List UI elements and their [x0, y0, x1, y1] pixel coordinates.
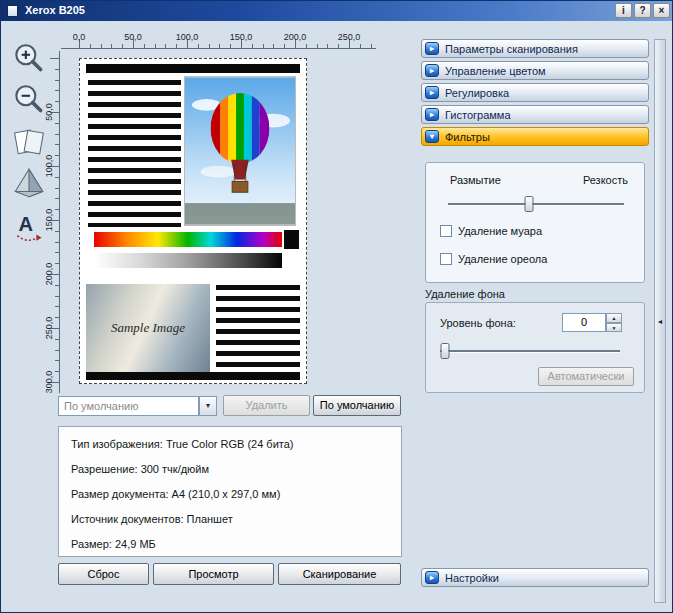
- horizontal-ruler: 0,0 50,0 100,0 150,0 200,0 250,0: [61, 34, 376, 49]
- balloon-image: [184, 76, 296, 226]
- sharpness-label: Резкость: [583, 174, 628, 186]
- sample-photo: Sample Image: [86, 284, 210, 372]
- mirror-button[interactable]: [10, 164, 48, 202]
- halo-removal-row[interactable]: Удаление ореола: [440, 253, 547, 265]
- background-level-value[interactable]: 0: [562, 313, 606, 332]
- delete-preset-button[interactable]: Удалить: [223, 395, 310, 416]
- background-removal-group: Уровень фона: 0 ▲ ▼ Автоматически: [425, 302, 645, 393]
- scan-button[interactable]: Сканирование: [278, 563, 401, 585]
- auto-text-icon: A: [10, 206, 48, 244]
- info-source: Источник документов: Планшет: [71, 513, 389, 525]
- grayscale-gradient-bar: [94, 253, 282, 268]
- text-lines-right: [216, 285, 300, 367]
- section-label: Регулировка: [445, 87, 509, 99]
- ruler-label: 250,0: [338, 32, 361, 42]
- slider-thumb[interactable]: [441, 343, 450, 359]
- background-level-slider[interactable]: [440, 343, 620, 360]
- auto-enhance-button[interactable]: A: [10, 206, 48, 244]
- section-label: Настройки: [445, 572, 499, 584]
- help-button[interactable]: ?: [634, 3, 651, 18]
- section-scan-parameters[interactable]: ▸ Параметры сканирования: [421, 39, 649, 58]
- section-label: Гистограмма: [445, 109, 511, 121]
- slider-thumb[interactable]: [524, 196, 533, 212]
- section-label: Управление цветом: [445, 65, 546, 77]
- panel-collapse-strip[interactable]: ◄: [654, 39, 666, 603]
- section-histogram[interactable]: ▸ Гистограмма: [421, 105, 649, 124]
- slider-track: [448, 203, 624, 205]
- preset-dropdown-button[interactable]: ▼: [199, 396, 217, 416]
- scan-preview-page[interactable]: Sample Image: [79, 58, 307, 384]
- checkbox-icon[interactable]: [440, 253, 452, 265]
- prism-icon: [10, 164, 48, 202]
- blur-label: Размытие: [450, 174, 501, 186]
- test-bar-top: [86, 64, 300, 73]
- spin-up-icon[interactable]: ▲: [606, 313, 622, 323]
- preview-button[interactable]: Просмотр: [153, 563, 274, 585]
- blur-sharpness-group: Размытие Резкость Удаление муара Удалени…: [425, 162, 645, 283]
- sample-photo-caption: Sample Image: [111, 320, 185, 336]
- test-bar-bottom: [86, 372, 300, 380]
- chevron-right-icon: ▸: [425, 64, 439, 77]
- title-bar[interactable]: Xerox B205 i ? ×: [1, 1, 673, 21]
- scanner-dialog-window: Xerox B205 i ? × A: [0, 0, 673, 613]
- section-filters[interactable]: ▾ Фильтры: [421, 127, 649, 146]
- moire-removal-label: Удаление муара: [458, 225, 542, 237]
- app-icon: [7, 5, 18, 17]
- slider-track: [440, 350, 620, 352]
- zoom-in-icon: [10, 40, 48, 78]
- chevron-right-icon: ▸: [425, 108, 439, 121]
- section-adjustment[interactable]: ▸ Регулировка: [421, 83, 649, 102]
- halo-removal-label: Удаление ореола: [458, 253, 547, 265]
- moire-removal-row[interactable]: Удаление муара: [440, 225, 542, 237]
- zoom-out-button[interactable]: [10, 81, 48, 119]
- section-color-management[interactable]: ▸ Управление цветом: [421, 61, 649, 80]
- chevron-down-icon: ▾: [425, 130, 439, 143]
- chevron-down-icon: ▼: [205, 402, 212, 409]
- scan-info-box: Тип изображения: True Color RGB (24 бита…: [58, 426, 402, 557]
- section-settings[interactable]: ▸ Настройки: [421, 568, 649, 587]
- ruler-label: 100,0: [176, 32, 199, 42]
- pages-icon: [10, 123, 48, 161]
- blur-sharpness-slider[interactable]: [448, 196, 624, 213]
- section-label: Параметры сканирования: [445, 43, 578, 55]
- spin-down-icon[interactable]: ▼: [606, 323, 622, 333]
- automatic-button[interactable]: Автоматически: [538, 367, 634, 386]
- ruler-label: 200,0: [44, 259, 54, 289]
- background-level-label: Уровень фона:: [440, 317, 516, 329]
- background-level-spinner[interactable]: 0 ▲ ▼: [562, 313, 622, 332]
- info-resolution: Разрешение: 300 тчк/дюйм: [71, 463, 389, 475]
- info-file-size: Размер: 24,9 МБ: [71, 538, 389, 550]
- info-button[interactable]: i: [615, 3, 632, 18]
- color-bar-end-block: [284, 230, 299, 249]
- background-removal-title: Удаление фона: [425, 288, 505, 300]
- ruler-label: 0,0: [73, 32, 86, 42]
- ruler-label: 50,0: [44, 97, 54, 127]
- pages-button[interactable]: [10, 123, 48, 161]
- chevron-right-icon: ▸: [425, 42, 439, 55]
- info-document-size: Размер документа: A4 (210,0 x 297,0 мм): [71, 488, 389, 500]
- checkbox-icon[interactable]: [440, 225, 452, 237]
- window-title: Xerox B205: [25, 4, 85, 16]
- ruler-label: 50,0: [124, 32, 142, 42]
- chevron-right-icon: ▸: [425, 86, 439, 99]
- chevron-right-icon: ▸: [425, 571, 439, 584]
- color-gradient-bar: [94, 232, 282, 247]
- ruler-label: 250,0: [44, 313, 54, 343]
- zoom-in-button[interactable]: [10, 40, 48, 78]
- svg-text:A: A: [18, 213, 32, 235]
- default-preset-button[interactable]: По умолчанию: [313, 395, 401, 416]
- close-button[interactable]: ×: [653, 3, 670, 18]
- ruler-label: 200,0: [284, 32, 307, 42]
- vertical-ruler: 50,0 100,0 150,0 200,0 250,0 300,0: [45, 51, 60, 393]
- info-image-type: Тип изображения: True Color RGB (24 бита…: [71, 438, 389, 450]
- preset-combobox[interactable]: По умолчанию: [58, 396, 199, 416]
- text-lines-left: [88, 80, 181, 227]
- ruler-label: 150,0: [230, 32, 253, 42]
- ruler-label: 100,0: [44, 151, 54, 181]
- ruler-label: 300,0: [44, 367, 54, 397]
- section-label: Фильтры: [445, 131, 490, 143]
- collapse-left-icon: ◄: [657, 318, 664, 325]
- zoom-out-icon: [10, 81, 48, 119]
- ruler-label: 150,0: [44, 205, 54, 235]
- reset-button[interactable]: Сброс: [58, 563, 149, 585]
